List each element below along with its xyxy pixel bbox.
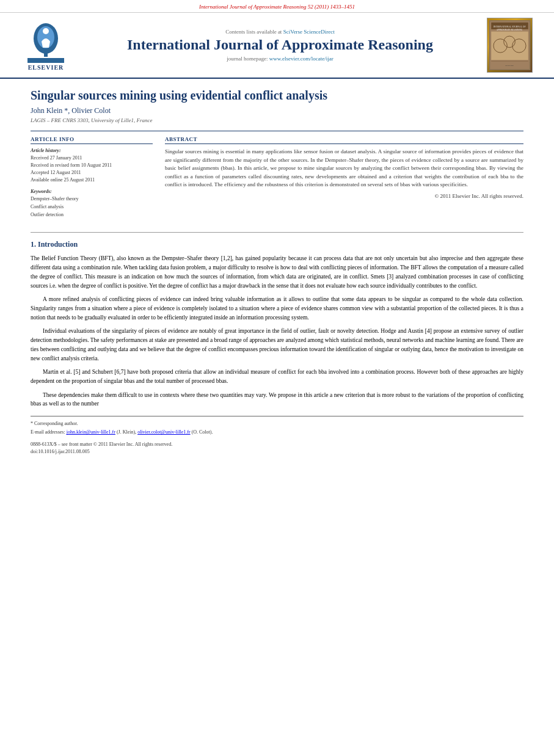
journal-cover-image: INTERNATIONAL JOURNAL OF APPROXIMATE REA… (487, 18, 533, 73)
svg-text:INTERNATIONAL JOURNAL OF: INTERNATIONAL JOURNAL OF (494, 26, 526, 28)
abstract-column: ABSTRACT Singular sources mining is esse… (165, 136, 523, 224)
elsevier-logo: ELSEVIER (18, 20, 73, 71)
bottom-info: 0888-613X/$ – see front matter © 2011 El… (31, 441, 523, 456)
svg-rect-11 (491, 32, 528, 60)
article-info-label: ARTICLE INFO (31, 136, 153, 144)
keyword-2: Conflict analysis (31, 203, 153, 211)
intro-paragraph-1: The Belief Function Theory (BFT), also k… (31, 254, 523, 290)
copyright-line: 0888-613X/$ – see front matter © 2011 El… (31, 441, 523, 448)
homepage-link-line: journal homepage: www.elsevier.com/locat… (79, 56, 481, 62)
article-content: Singular sources mining using evidential… (0, 79, 554, 465)
sciverse-link[interactable]: SciVerse ScienceDirect (283, 29, 335, 35)
svg-point-4 (43, 28, 49, 34)
date-received: Received 27 January 2011 (31, 154, 153, 162)
date-accepted: Accepted 12 August 2011 (31, 169, 153, 176)
article-authors: John Klein *, Olivier Colot (31, 106, 523, 115)
article-title: Singular sources mining using evidential… (31, 89, 523, 103)
keyword-3: Outlier detection (31, 211, 153, 219)
introduction-heading: 1. Introduction (31, 240, 523, 249)
date-online: Available online 25 August 2011 (31, 176, 153, 184)
article-info-column: ARTICLE INFO Article history: Received 2… (31, 136, 153, 224)
intro-paragraph-2: A more refined analysis of conflicting p… (31, 295, 523, 322)
elsevier-logo-area: ELSEVIER (18, 20, 73, 71)
homepage-url[interactable]: www.elsevier.com/locate/ijar (269, 56, 333, 62)
sciverse-link-line: Contents lists available at SciVerse Sci… (79, 29, 481, 35)
footnote-section: * Corresponding author. E-mail addresses… (31, 416, 523, 435)
journal-title: International Journal of Approximate Rea… (79, 36, 481, 54)
journal-banner: ELSEVIER Contents lists available at Sci… (0, 13, 554, 79)
cover-svg: INTERNATIONAL JOURNAL OF APPROXIMATE REA… (487, 20, 532, 70)
article-meta-section: ARTICLE INFO Article history: Received 2… (31, 131, 523, 224)
intro-paragraph-4: Martin et al. [5] and Schubert [6,7] hav… (31, 368, 523, 385)
abstract-text: Singular sources mining is essential in … (165, 148, 523, 189)
footnote-emails: E-mail addresses: john.klein@univ-lille1… (31, 429, 523, 435)
article-history: Article history: Received 27 January 201… (31, 148, 153, 184)
email-link-colot[interactable]: olivier.colot@univ-lille1.fr (137, 429, 190, 435)
svg-rect-5 (27, 58, 64, 63)
date-revised: Received in revised form 10 August 2011 (31, 162, 153, 169)
history-label: Article history: (31, 148, 153, 153)
svg-text:ELSEVIER: ELSEVIER (505, 65, 513, 67)
svg-text:APPROXIMATE REASONING: APPROXIMATE REASONING (497, 29, 523, 31)
abstract-copyright: © 2011 Elsevier Inc. All rights reserved… (165, 193, 523, 199)
intro-paragraph-3: Individual evaluations of the singularit… (31, 327, 523, 363)
article-affiliation: LAGIS – FRE CNRS 3303, University of Lil… (31, 117, 523, 123)
journal-cover-area: INTERNATIONAL JOURNAL OF APPROXIMATE REA… (487, 18, 536, 73)
footnote-corresponding: * Corresponding author. (31, 420, 523, 427)
journal-citation: International Journal of Approximate Rea… (0, 0, 554, 13)
keywords-section: Keywords: Dempster–Shafer theory Conflic… (31, 189, 153, 219)
email-link-klein[interactable]: john.klein@univ-lille1.fr (67, 429, 115, 435)
elsevier-wordmark: ELSEVIER (28, 64, 64, 71)
keyword-1: Dempster–Shafer theory (31, 195, 153, 203)
banner-center: Contents lists available at SciVerse Sci… (73, 29, 487, 62)
intro-paragraph-5: These dependencies make them difficult t… (31, 391, 523, 409)
section-divider (31, 232, 523, 233)
doi-line: doi:10.1016/j.ijar.2011.08.005 (31, 448, 523, 456)
abstract-label: ABSTRACT (165, 136, 523, 144)
elsevier-tree-icon (24, 20, 67, 63)
keywords-label: Keywords: (31, 189, 153, 194)
